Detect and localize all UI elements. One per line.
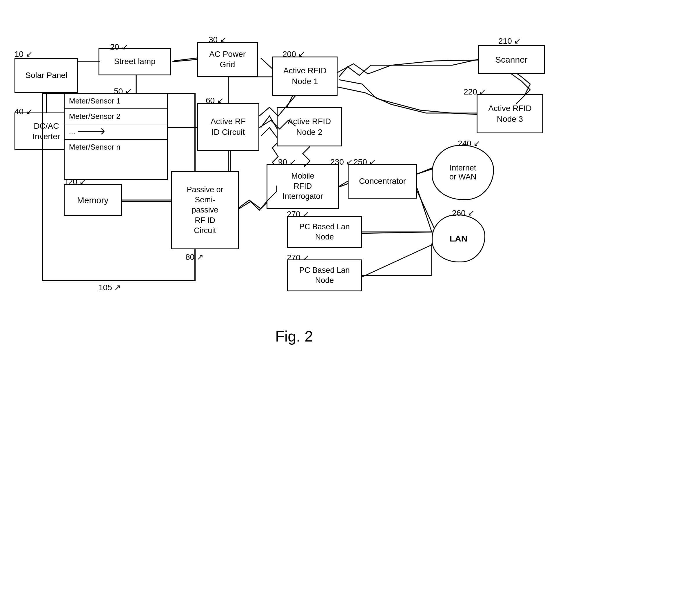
ref-105: 105 ↗ [99,283,121,292]
figure-caption: Fig. 2 [275,328,313,345]
memory-box: Memory [64,184,122,216]
ref-50: 50 ↙ [114,86,132,96]
active-rfid-node2-box: Active RFIDNode 2 [277,107,342,146]
meter-sensor-n: Meter/Sensor n [65,140,167,154]
meter-sensor-2: Meter/Sensor 2 [65,109,167,125]
diagram: Solar Panel 10 ↙ Street lamp 20 ↙ AC Pow… [0,0,700,592]
ref-250: 250 ↙ [354,157,376,167]
ref-60: 60 ↙ [206,96,224,105]
pc-lan-node2-box: PC Based LanNode [287,259,362,291]
pc-lan-node1-box: PC Based LanNode [287,216,362,248]
ref-260: 260 ↙ [452,208,475,218]
active-rfid-node3-box: Active RFIDNode 3 [477,94,543,133]
concentrator-box: Concentrator [348,164,417,199]
scanner-box: Scanner [478,45,545,74]
ref-40: 40 ↙ [14,107,33,116]
mobile-rfid-box: MobileRFIDInterrogator [267,164,339,209]
ref-10: 10 ↙ [14,49,33,59]
ref-20: 20 ↙ [110,42,128,52]
svg-line-27 [417,189,432,232]
lan-cloud: LAN [432,214,485,262]
diagram-svg [0,0,700,592]
svg-line-11 [362,244,435,277]
svg-line-25 [339,181,348,186]
active-rfid-circuit-box: Active RFID Circuit [197,103,259,151]
svg-line-2 [174,58,197,61]
connector-lines [0,0,700,592]
ref-200: 200 ↙ [282,49,305,59]
solar-panel-box: Solar Panel [14,58,78,93]
ref-240: 240 ↙ [458,139,480,148]
internet-wan-cloud: Internetor WAN [432,145,494,200]
svg-line-26 [417,168,432,174]
ref-30: 30 ↙ [209,35,227,44]
meter-sensor-dots: ... [65,125,167,140]
ref-120: 120 ↙ [64,177,86,186]
active-rfid-node1-box: Active RFIDNode 1 [272,56,337,96]
svg-line-19 [172,59,197,62]
ac-power-grid-box: AC PowerGrid [197,42,258,77]
svg-line-9 [417,191,435,229]
ref-210: 210 ↙ [498,36,521,46]
passive-rfid-circuit-box: Passive orSemi-passiveRF IDCircuit [171,171,239,249]
ref-90: 90 ↙ [278,157,296,167]
ref-220: 220 ↙ [464,87,486,97]
meter-sensor-group: 50 ↙ Meter/Sensor 1 Meter/Sensor 2 ... M… [64,93,168,180]
street-lamp-box: Street lamp [99,48,171,76]
svg-line-10 [362,232,435,233]
ref-270a: 270 ↙ [287,209,310,219]
ref-80: 80 ↗ [185,252,203,262]
ref-270b: 270 ↙ [287,253,310,262]
